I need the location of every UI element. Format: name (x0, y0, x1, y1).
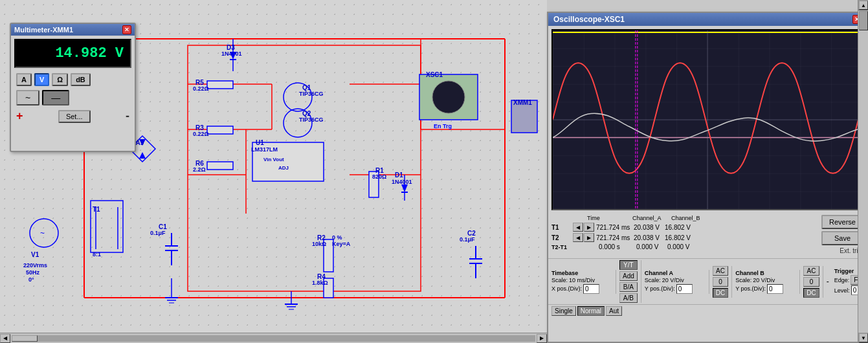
mm-button-v[interactable]: V (34, 73, 49, 86)
label-d1: D1 (395, 172, 403, 179)
osc-time-header: Time (587, 215, 629, 221)
osc-chb-minus: - (827, 277, 829, 286)
oscilloscope-screen (551, 29, 863, 210)
multimeter-close-button[interactable]: ✕ (122, 25, 131, 34)
osc-t1-label: T1 (551, 224, 571, 231)
multimeter-title: Multimeter-XMM1 (14, 26, 73, 34)
osc-normal-button[interactable]: Normal (577, 306, 605, 316)
osc-chb-zero-button[interactable]: 0 (803, 277, 819, 287)
osc-t2-right-btn[interactable]: ▶ (584, 233, 594, 242)
osc-cha-ypos-input[interactable] (676, 284, 693, 294)
label-ratio: 8:1 (93, 251, 101, 258)
osc-cha-header: Channel_A (632, 215, 668, 221)
osc-t2-cha: 20.038 V (634, 234, 663, 241)
label-r1-val: 820Ω (372, 173, 386, 180)
osc-t1-arrows: ◀ ▶ (573, 223, 594, 232)
svg-rect-53 (207, 126, 233, 134)
multimeter-window: Multimeter-XMM1 ✕ 14.982 V A V Ω dB ~ — … (10, 23, 136, 152)
label-r2-val: 10kΩ (312, 241, 326, 247)
osc-readout-row: Time Channel_A Channel_B T1 ◀ ▶ 721.724 … (548, 214, 867, 256)
osc-t1-time: 721.724 ms (596, 224, 632, 231)
label-phase: 0° (28, 276, 34, 283)
hscroll-thumb[interactable] (12, 335, 38, 342)
osc-chb-ac-button[interactable]: AC (803, 266, 819, 276)
osc-chb-ypos-input[interactable] (767, 284, 783, 294)
osc-single-button[interactable]: Single (551, 306, 576, 316)
osc-add-button[interactable]: Add (619, 271, 638, 281)
mm-button-a[interactable]: A (16, 73, 32, 86)
osc-t1-right-btn[interactable]: ▶ (584, 223, 594, 232)
label-adj: ADJ (278, 165, 289, 171)
label-vin: Vin Vout (263, 157, 284, 162)
scrollbar-thumb[interactable] (859, 11, 868, 30)
osc-diff-chb: 0.000 V (667, 243, 696, 250)
osc-t2-chb: 16.802 V (665, 234, 694, 241)
osc-diff-time: 0.000 s (599, 243, 634, 250)
mm-plus-terminal: + (16, 109, 23, 123)
label-r3-val: 0.22Ω (193, 131, 209, 137)
osc-cha-group: Channel A Scale: 20 V/Div Y pos.(Div): (645, 270, 709, 294)
label-r2-key: Key=A (332, 241, 350, 247)
osc-cha-ac-button[interactable]: AC (713, 266, 728, 276)
label-c1-val: 0.1μF (150, 230, 166, 236)
label-xmm1: XMM1 (513, 99, 532, 106)
svg-text:~: ~ (40, 228, 45, 238)
multimeter-bottom-row: + Set... - (11, 107, 135, 125)
label-u1: U1 (256, 139, 264, 146)
osc-chb-header: Channel_B (671, 215, 707, 221)
osc-timebase-xpos-label: X pos.(Div): (551, 285, 582, 292)
osc-chb-dc-button[interactable]: DC (803, 288, 819, 298)
label-r6-val: 2.2Ω (193, 166, 206, 173)
scrollbar-down-arrow[interactable]: ▼ (858, 333, 868, 343)
osc-t2-row: T2 ◀ ▶ 721.724 ms 20.038 V 16.802 V (551, 233, 707, 242)
right-scrollbar[interactable]: ▲ ▼ (858, 0, 868, 343)
label-1n4001-d3: 1N4001 (221, 50, 242, 57)
osc-timebase-scale-value: 10 ms/Div (569, 277, 595, 283)
osc-ba-button[interactable]: B/A (619, 282, 638, 292)
multimeter-display: 14.982 V (14, 39, 131, 68)
osc-t2-left-btn[interactable]: ◀ (573, 233, 583, 242)
osc-chb-group: Channel B Scale: 20 V/Div Y pos.(Div): (735, 270, 800, 294)
label-r4-val: 1.8kΩ (312, 280, 328, 286)
hscroll-left-arrow[interactable]: ◀ (0, 334, 10, 343)
osc-timebase-group: Timebase Scale: 10 ms/Div X pos.(Div): (551, 270, 616, 294)
mm-button-ohm[interactable]: Ω (52, 73, 68, 86)
mm-wave-ac[interactable]: ~ (16, 90, 39, 105)
label-r5-val: 0.22Ω (193, 85, 209, 92)
label-1n4001-d1: 1N4001 (392, 179, 412, 185)
oscilloscope-titlebar: Oscilloscope-XSC1 ✕ (548, 13, 867, 26)
osc-chb-label: Channel B (735, 270, 796, 276)
osc-diff-label: T2-T1 (551, 244, 571, 250)
mm-minus-terminal: - (126, 109, 129, 123)
hscroll-right-arrow[interactable]: ▶ (537, 334, 547, 343)
osc-trigger-edge-label: Edge: (834, 277, 850, 283)
multimeter-wave-buttons: ~ — (11, 88, 135, 107)
svg-marker-44 (401, 184, 408, 192)
osc-t1-left-btn[interactable]: ◀ (573, 223, 583, 232)
osc-diff-row: T2-T1 0.000 s 0.000 V 0.000 V (551, 243, 707, 250)
osc-cha-zero-button[interactable]: 0 (713, 277, 728, 287)
osc-chb-scale-label: Scale: (735, 277, 751, 283)
osc-trigger-mode-row: Single Normal Aut (548, 304, 867, 317)
osc-auto-button[interactable]: Aut (606, 306, 622, 316)
osc-timebase-label: Timebase (551, 270, 612, 276)
osc-cha-ypos-label: Y pos.(Div): (645, 285, 675, 292)
bottom-scrollbar[interactable]: ◀ ▶ (0, 333, 547, 343)
osc-cha-dc-button[interactable]: DC (713, 288, 728, 298)
osc-yt-button[interactable]: Y/T (619, 260, 638, 270)
label-xsc1: XSC1 (426, 71, 443, 78)
mm-set-button[interactable]: Set... (58, 110, 91, 123)
mm-button-db[interactable]: dB (71, 73, 91, 86)
multimeter-mode-buttons: A V Ω dB (11, 71, 135, 88)
svg-rect-52 (207, 81, 233, 89)
svg-text:En Trg: En Trg (434, 123, 452, 129)
osc-timebase-xpos-input[interactable] (583, 284, 599, 294)
osc-ab-button[interactable]: A/B (619, 293, 638, 303)
mm-wave-dc[interactable]: — (42, 90, 69, 105)
svg-marker-38 (139, 152, 146, 159)
osc-chb-ypos-label: Y pos.(Div): (735, 285, 766, 292)
label-c2-val: 0.1μF (460, 236, 475, 243)
osc-t1t2-section: Time Channel_A Channel_B T1 ◀ ▶ 721.724 … (551, 215, 707, 250)
label-50hz: 50Hz (26, 269, 39, 276)
scrollbar-up-arrow[interactable]: ▲ (858, 0, 868, 10)
